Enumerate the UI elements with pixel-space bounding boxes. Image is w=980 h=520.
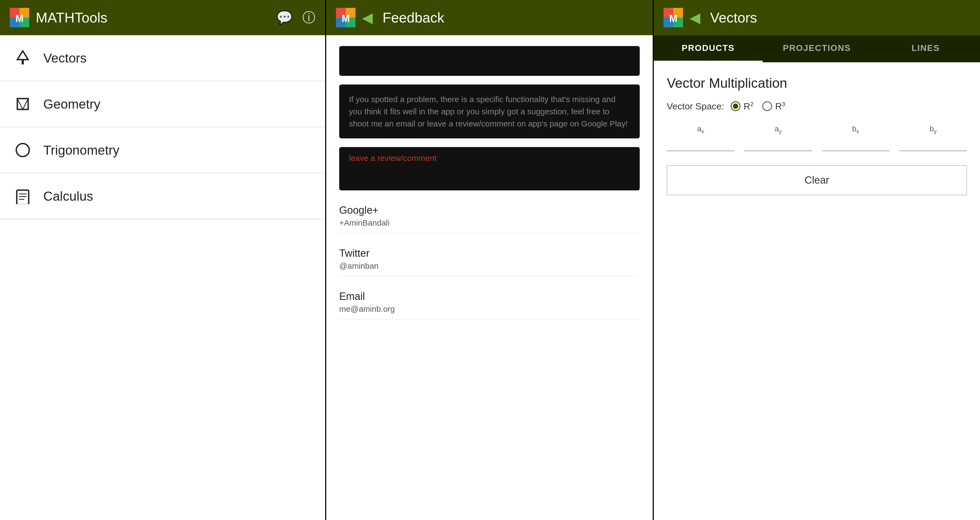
mathtools-title: MATHTools bbox=[36, 10, 270, 26]
label-ax: ax bbox=[697, 124, 704, 135]
radio-r2-label: R2 bbox=[744, 101, 754, 112]
vectors-icon bbox=[13, 48, 32, 68]
input-ay: ay bbox=[744, 124, 812, 151]
svg-rect-10 bbox=[17, 190, 29, 204]
vector-inputs-row: ax ay bx by bbox=[667, 124, 967, 151]
mathtools-header: M MATHTools 💬 ⓘ bbox=[0, 0, 325, 35]
info-icon[interactable]: ⓘ bbox=[302, 9, 315, 26]
vector-space-row: Vector Space: R2 R3 bbox=[667, 101, 967, 112]
nav-item-calculus[interactable]: Calculus bbox=[0, 173, 325, 219]
panel-mathtools: M MATHTools 💬 ⓘ Vectors bbox=[0, 0, 326, 520]
tab-projections[interactable]: PROJECTIONS bbox=[763, 35, 872, 62]
panel-vectors: M ◀ Vectors PRODUCTS PROJECTIONS LINES V… bbox=[654, 0, 980, 520]
feedback-header: M ◀ Feedback bbox=[326, 0, 653, 35]
calculus-icon bbox=[13, 186, 32, 206]
radio-r2-circle bbox=[731, 101, 740, 111]
svg-text:M: M bbox=[16, 13, 24, 24]
feedback-textarea-container[interactable]: leave a review/comment bbox=[339, 147, 640, 190]
feedback-google-section[interactable]: Google+ +AminBandali bbox=[339, 199, 640, 233]
vectors-header: M ◀ Vectors bbox=[654, 0, 980, 35]
svg-marker-8 bbox=[18, 99, 28, 109]
clear-button[interactable]: Clear bbox=[667, 165, 967, 195]
label-by: by bbox=[930, 124, 937, 135]
feedback-title: Feedback bbox=[382, 10, 643, 26]
feedback-email-title: Email bbox=[339, 290, 640, 302]
vectors-back-icon[interactable]: ◀ bbox=[689, 10, 700, 26]
field-bx[interactable] bbox=[822, 136, 889, 151]
feedback-body: If you spotted a problem, there is a spe… bbox=[326, 35, 653, 520]
input-bx: bx bbox=[822, 124, 889, 151]
feedback-top-bar bbox=[339, 46, 640, 76]
svg-marker-5 bbox=[18, 51, 28, 60]
radio-r3[interactable]: R3 bbox=[762, 101, 785, 112]
feedback-google-sub: +AminBandali bbox=[339, 218, 640, 228]
panel-feedback: M ◀ Feedback If you spotted a problem, t… bbox=[326, 0, 654, 520]
tab-products[interactable]: PRODUCTS bbox=[654, 35, 763, 62]
input-by: by bbox=[899, 124, 967, 151]
label-ay: ay bbox=[775, 124, 782, 135]
feedback-google-title: Google+ bbox=[339, 204, 640, 216]
nav-label-trigonometry: Trigonometry bbox=[43, 143, 119, 158]
feedback-twitter-title: Twitter bbox=[339, 247, 640, 259]
feedback-app-logo: M bbox=[336, 8, 355, 27]
svg-text:M: M bbox=[342, 13, 350, 24]
svg-text:M: M bbox=[669, 13, 677, 24]
nav-item-trigonometry[interactable]: Trigonometry bbox=[0, 127, 325, 173]
radio-group: R2 R3 bbox=[731, 101, 785, 112]
input-ax: ax bbox=[667, 124, 735, 151]
radio-r3-circle bbox=[762, 101, 772, 111]
feedback-email-sub: me@aminb.org bbox=[339, 305, 640, 314]
vectors-app-logo: M bbox=[663, 8, 683, 27]
nav-label-geometry: Geometry bbox=[43, 97, 100, 112]
vectors-content: Vector Multiplication Vector Space: R2 R… bbox=[654, 62, 980, 520]
radio-r3-label: R3 bbox=[775, 101, 785, 112]
vectors-header-title: Vectors bbox=[710, 10, 970, 26]
vectors-section-title: Vector Multiplication bbox=[667, 75, 967, 91]
nav-label-vectors: Vectors bbox=[43, 51, 87, 65]
radio-r2[interactable]: R2 bbox=[731, 101, 754, 112]
nav-item-vectors[interactable]: Vectors bbox=[0, 35, 325, 81]
feedback-twitter-section[interactable]: Twitter @aminban bbox=[339, 242, 640, 276]
nav-item-geometry[interactable]: Geometry bbox=[0, 81, 325, 127]
field-ax[interactable] bbox=[667, 136, 735, 151]
svg-point-9 bbox=[16, 144, 29, 156]
tab-lines[interactable]: LINES bbox=[871, 35, 980, 62]
nav-label-calculus: Calculus bbox=[43, 189, 93, 204]
label-bx: bx bbox=[852, 124, 859, 135]
vector-space-label: Vector Space: bbox=[667, 101, 724, 112]
app-logo: M bbox=[10, 8, 29, 27]
svg-rect-6 bbox=[22, 60, 24, 64]
vectors-tab-bar: PRODUCTS PROJECTIONS LINES bbox=[654, 35, 980, 62]
field-by[interactable] bbox=[899, 136, 967, 151]
back-icon[interactable]: ◀ bbox=[362, 10, 373, 26]
geometry-icon bbox=[13, 94, 32, 114]
feedback-description: If you spotted a problem, there is a spe… bbox=[339, 85, 640, 139]
svg-rect-7 bbox=[18, 99, 28, 109]
feedback-twitter-sub: @aminban bbox=[339, 262, 640, 271]
header-icons: 💬 ⓘ bbox=[277, 9, 315, 26]
trigonometry-icon bbox=[13, 140, 32, 160]
feedback-textarea-placeholder: leave a review/comment bbox=[349, 153, 436, 163]
nav-list: Vectors Geometry Trigonometry bbox=[0, 35, 325, 219]
feedback-email-section[interactable]: Email me@aminb.org bbox=[339, 285, 640, 320]
chat-icon[interactable]: 💬 bbox=[277, 10, 293, 25]
field-ay[interactable] bbox=[744, 136, 812, 151]
